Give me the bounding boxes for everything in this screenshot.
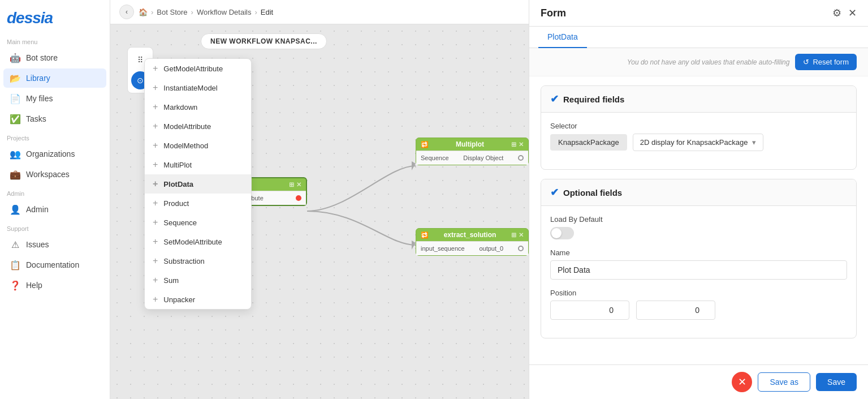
svg-marker-0 (412, 161, 416, 170)
admin-icon: 👤 (10, 204, 20, 214)
multiplot-output-label: Display Object (463, 155, 503, 161)
multiplot-icon: 🔁 (421, 141, 429, 148)
help-icon: ❓ (10, 280, 20, 290)
position-y-input[interactable] (636, 301, 715, 320)
dropdown-item-sum[interactable]: + Sum (145, 271, 251, 290)
dropdown-item-label: PlotData (163, 180, 193, 188)
logo-text: dessia (7, 9, 53, 27)
extract-solution-node[interactable]: 🔁 extract_solution ⊞ ✕ input_sequence ou… (416, 228, 529, 256)
admin-label: Admin (0, 185, 110, 199)
load-by-default-label: Load By Default (550, 215, 847, 224)
sidebar-item-help[interactable]: ❓ Help (3, 276, 106, 295)
panel-title: Form (541, 7, 566, 19)
sidebar-item-library[interactable]: 📂 Library (3, 68, 106, 88)
optional-fields-title: Optional fields (563, 188, 622, 198)
close-icon[interactable]: ✕ (848, 7, 857, 19)
save-button[interactable]: Save (816, 373, 857, 391)
optional-fields-section: ✔ Optional fields Load By Default ✕ (541, 179, 857, 338)
issues-icon: ⚠ (10, 239, 20, 250)
sidebar-item-my-files[interactable]: 📄 My files (3, 89, 106, 108)
dropdown-item-label: ModelAttribute (163, 122, 211, 131)
settings-icon[interactable]: ⚙ (832, 7, 841, 19)
dropdown-item-sequence[interactable]: + Sequence (145, 213, 251, 232)
sidebar-item-workspaces[interactable]: 💼 Workspaces (3, 165, 106, 184)
reset-form-button[interactable]: ↺ Reset form (795, 54, 857, 70)
breadcrumb: 🏠 › Bot Store › Workflow Details › Edit (139, 8, 273, 16)
dropdown-item-unpacker[interactable]: + Unpacker (145, 290, 251, 309)
sidebar-item-bot-store[interactable]: 🤖 Bot store (3, 48, 106, 67)
extract-solution-body: input_sequence output_0 (416, 241, 528, 255)
plus-icon: + (153, 140, 158, 151)
sidebar-item-label: Organizations (26, 149, 75, 158)
plotdata-controls: ⊞ ✕ (289, 181, 301, 188)
panel-tabs: PlotData (529, 27, 868, 48)
right-panel: Form ⚙ ✕ PlotData You do not have any ol… (529, 0, 868, 399)
toggle-container: ✕ (550, 227, 847, 239)
dropdown-item-modelattribute[interactable]: + ModelAttribute (145, 117, 251, 136)
toggle-thumb (551, 228, 562, 238)
dropdown-item-label: ModelMethod (163, 141, 208, 150)
extract-solution-header: 🔁 extract_solution ⊞ ✕ (416, 229, 528, 241)
nav-back-button[interactable]: ‹ (119, 5, 134, 19)
dropdown-item-markdown[interactable]: + Markdown (145, 97, 251, 117)
load-by-default-field: Load By Default ✕ (550, 215, 847, 239)
selector-chip: KnapsackPackage (550, 134, 627, 151)
plus-icon: + (153, 198, 158, 208)
canvas-area[interactable]: NEW WORKFLOW KNAPSAC... ⠿ ⊙ + GetModelAt… (110, 24, 529, 399)
sidebar-item-admin[interactable]: 👤 Admin (3, 200, 106, 219)
multiplot-title: Multiplot (456, 140, 484, 148)
panel-header-icons: ⚙ ✕ (832, 7, 857, 19)
sidebar-item-issues[interactable]: ⚠ Issues (3, 235, 106, 254)
plus-icon: + (153, 179, 158, 189)
name-input[interactable] (550, 260, 847, 280)
sidebar-item-label: Issues (26, 240, 49, 249)
sidebar-item-tasks[interactable]: ✅ Tasks (3, 109, 106, 128)
multiplot-output-port (518, 155, 524, 161)
position-x-input[interactable] (550, 301, 629, 320)
extract-solution-icon: 🔁 (421, 231, 429, 239)
required-check-icon: ✔ (550, 93, 559, 105)
workflow-label-button[interactable]: NEW WORKFLOW KNAPSAC... (201, 33, 327, 49)
autofill-bar: You do not have any old values that enab… (529, 48, 868, 76)
delete-icon: ✕ (738, 376, 746, 388)
dropdown-item-plotdata[interactable]: + PlotData (145, 174, 251, 194)
tasks-icon: ✅ (10, 114, 20, 124)
selector-dropdown-value: 2D display for KnapsackPackage (640, 138, 748, 147)
tab-plotdata[interactable]: PlotData (538, 27, 587, 48)
dropdown-item-product[interactable]: + Product (145, 194, 251, 213)
plus-icon: + (153, 102, 158, 112)
breadcrumb-workflow-details[interactable]: Workflow Details (197, 8, 252, 16)
plus-icon: + (153, 275, 158, 285)
dropdown-item-label: Product (163, 199, 189, 208)
selector-row: KnapsackPackage 2D display for KnapsackP… (550, 134, 847, 151)
breadcrumb-bot-store[interactable]: Bot Store (157, 8, 187, 16)
dropdown-item-getmodelattribute[interactable]: + GetModelAttribute (145, 59, 251, 78)
dropdown-item-substraction[interactable]: + Substraction (145, 251, 251, 271)
extract-input-label: input_sequence (421, 245, 465, 252)
panel-content: ✔ Required fields Selector KnapsackPacka… (529, 76, 868, 364)
dropdown-item-modelmethod[interactable]: + ModelMethod (145, 136, 251, 155)
multiplot-controls: ⊞ ✕ (511, 141, 524, 148)
dropdown-item-setmodelattribute[interactable]: + SetModelAttribute (145, 232, 251, 251)
optional-check-icon: ✔ (550, 186, 559, 199)
optional-fields-body: Load By Default ✕ Name Position (541, 206, 856, 338)
chevron-down-icon: ▾ (752, 138, 756, 147)
dropdown-item-multiplot[interactable]: + MultiPlot (145, 155, 251, 174)
workflow-canvas[interactable]: NEW WORKFLOW KNAPSAC... ⠿ ⊙ + GetModelAt… (110, 24, 529, 399)
sidebar-item-documentation[interactable]: 📋 Documentation (3, 255, 106, 274)
name-label: Name (550, 248, 847, 257)
load-by-default-toggle[interactable]: ✕ (550, 227, 574, 239)
sidebar-item-organizations[interactable]: 👥 Organizations (3, 144, 106, 164)
dropdown-item-label: Unpacker (163, 295, 195, 304)
dropdown-item-instantiatemodel[interactable]: + InstantiateModel (145, 78, 251, 97)
breadcrumb-home[interactable]: 🏠 (139, 8, 148, 16)
selector-label: Selector (550, 122, 847, 130)
selector-dropdown[interactable]: 2D display for KnapsackPackage ▾ (633, 134, 764, 151)
delete-button[interactable]: ✕ (732, 372, 752, 392)
topbar: ‹ 🏠 › Bot Store › Workflow Details › Edi… (110, 0, 529, 24)
multiplot-node[interactable]: 🔁 Multiplot ⊞ ✕ Sequence Display Object (416, 138, 529, 165)
organizations-icon: 👥 (10, 149, 20, 159)
sidebar-item-label: Bot store (26, 53, 58, 62)
save-as-button[interactable]: Save as (758, 372, 810, 392)
extract-solution-title: extract_solution (444, 231, 496, 239)
